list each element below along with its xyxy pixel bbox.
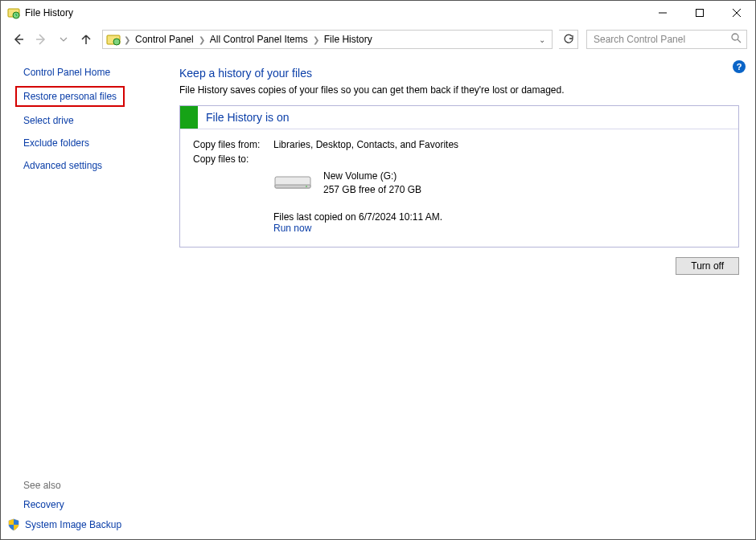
turn-off-button[interactable]: Turn off (676, 257, 739, 275)
page-subtitle: File History saves copies of your files … (179, 84, 739, 96)
sidebar-advanced-settings[interactable]: Advanced settings (23, 160, 166, 171)
status-panel-header: File History is on (180, 106, 738, 129)
sidebar-recovery[interactable]: Recovery (23, 499, 121, 510)
copy-to-label: Copy files to: (193, 153, 273, 165)
see-also-label: See also (23, 480, 121, 491)
folder-icon (106, 32, 121, 47)
sidebar-select-drive[interactable]: Select drive (23, 115, 166, 126)
svg-rect-3 (696, 10, 704, 17)
file-history-icon (7, 6, 20, 19)
search-input[interactable] (592, 33, 731, 46)
drive-name: New Volume (G:) (323, 170, 421, 183)
navigation-bar: ❯ Control Panel ❯ All Control Panel Item… (1, 25, 755, 54)
search-box[interactable] (586, 30, 747, 49)
svg-rect-13 (275, 185, 310, 188)
minimize-button[interactable] (644, 1, 681, 25)
chevron-right-icon[interactable]: ❯ (311, 35, 321, 44)
svg-line-11 (738, 39, 741, 43)
forward-button[interactable] (31, 30, 51, 49)
refresh-button[interactable] (559, 30, 578, 49)
page-heading: Keep a history of your files (179, 67, 739, 80)
breadcrumb-control-panel[interactable]: Control Panel (132, 34, 197, 45)
sidebar-exclude-folders[interactable]: Exclude folders (23, 137, 166, 149)
recent-locations-dropdown[interactable] (54, 30, 73, 49)
address-dropdown-icon[interactable]: ⌄ (534, 35, 550, 44)
up-button[interactable] (76, 30, 96, 49)
breadcrumb-file-history[interactable]: File History (321, 34, 376, 45)
chevron-right-icon[interactable]: ❯ (197, 35, 207, 44)
copy-from-value: Libraries, Desktop, Contacts, and Favori… (273, 139, 458, 150)
address-bar[interactable]: ❯ Control Panel ❯ All Control Panel Item… (102, 30, 553, 49)
search-icon (731, 33, 742, 46)
sidebar-control-panel-home[interactable]: Control Panel Home (23, 67, 166, 78)
breadcrumb-all-items[interactable]: All Control Panel Items (207, 34, 311, 45)
svg-point-10 (732, 34, 738, 40)
window-title: File History (25, 7, 644, 18)
svg-point-9 (113, 39, 120, 45)
status-panel: File History is on Copy files from: Libr… (179, 105, 739, 248)
drive-free-space: 257 GB free of 270 GB (323, 183, 421, 197)
run-now-link[interactable]: Run now (273, 223, 725, 234)
drive-icon (273, 170, 312, 195)
chevron-right-icon[interactable]: ❯ (122, 35, 132, 44)
back-button[interactable] (9, 30, 28, 49)
copy-from-label: Copy files from: (193, 139, 273, 150)
close-button[interactable] (718, 1, 755, 25)
status-on-indicator (180, 106, 198, 129)
title-bar: File History (1, 1, 755, 25)
svg-point-14 (306, 186, 307, 187)
window-buttons (644, 1, 755, 25)
sidebar-system-image-backup[interactable]: System Image Backup (25, 519, 121, 530)
maximize-button[interactable] (681, 1, 718, 25)
last-copied-text: Files last copied on 6/7/2024 10:11 AM. (273, 211, 725, 223)
main-content: Keep a history of your files File Histor… (179, 67, 739, 275)
shield-icon (7, 518, 20, 531)
status-title: File History is on (198, 111, 289, 124)
sidebar-restore-personal-files[interactable]: Restore personal files (15, 86, 125, 107)
sidebar: Control Panel Home Restore personal file… (1, 55, 166, 539)
